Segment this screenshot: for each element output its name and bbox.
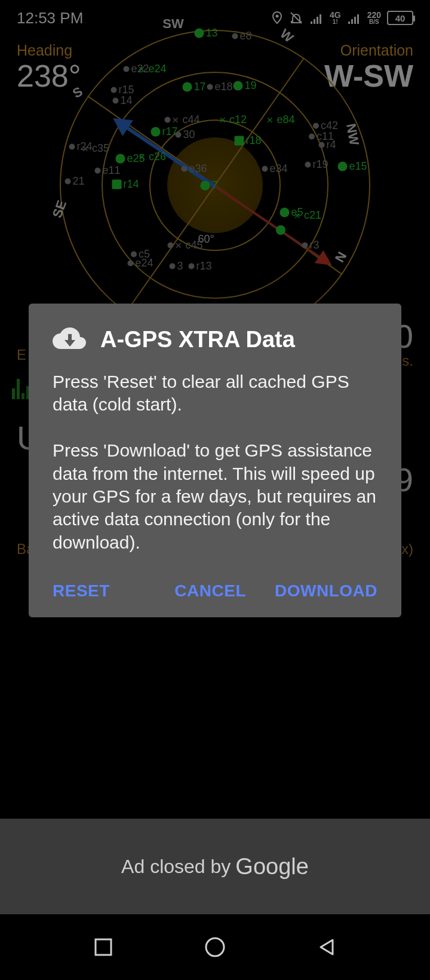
ad-text: Ad closed by	[121, 856, 231, 878]
cloud-download-icon	[53, 326, 87, 353]
square-icon	[94, 938, 113, 957]
cancel-button[interactable]: CANCEL	[174, 581, 246, 601]
download-button[interactable]: DOWNLOAD	[275, 581, 377, 601]
dialog-title: A-GPS XTRA Data	[100, 327, 295, 353]
triangle-back-icon	[317, 938, 336, 957]
circle-icon	[204, 936, 226, 958]
system-nav-bar	[0, 914, 430, 980]
ad-brand: Google	[235, 854, 309, 880]
agps-dialog: A-GPS XTRA Data Press 'Reset' to clear a…	[29, 304, 401, 617]
dialog-title-row: A-GPS XTRA Data	[53, 326, 377, 353]
recents-button[interactable]	[94, 938, 113, 957]
back-button[interactable]	[317, 938, 336, 957]
svg-rect-1	[96, 939, 111, 955]
dialog-actions: RESET CANCEL DOWNLOAD	[53, 581, 377, 601]
ad-banner[interactable]: Ad closed by Google	[0, 819, 430, 914]
reset-button[interactable]: RESET	[53, 581, 110, 601]
home-button[interactable]	[204, 936, 226, 958]
svg-point-2	[206, 938, 224, 956]
dialog-body: Press 'Reset' to clear all cached GPS da…	[53, 370, 377, 554]
